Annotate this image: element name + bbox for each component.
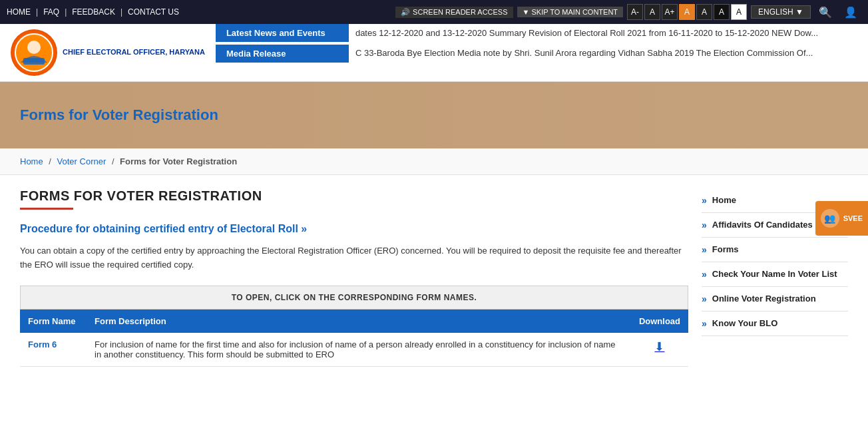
language-button[interactable]: ENGLISH ▼ <box>751 5 811 19</box>
speaker-icon: 🔊 <box>401 8 410 17</box>
nav-home[interactable]: HOME <box>7 7 31 17</box>
screen-reader-button[interactable]: 🔊 SCREEN READER ACCESS <box>395 7 513 18</box>
col-header-description: Form Description <box>87 310 631 333</box>
sidebar-item-check-name[interactable]: » Check Your Name In Voter List <box>702 262 848 287</box>
arrow-icon: » <box>702 318 707 329</box>
col-header-download: Download <box>631 310 688 333</box>
login-button[interactable]: 👤 <box>840 5 861 20</box>
download-button[interactable]: ⬇ <box>639 339 680 354</box>
news-ticker-row: Latest News and Events dates 12-12-2020 … <box>216 24 868 42</box>
sidebar-item-label: Online Voter Registration <box>712 294 816 304</box>
table-row: Form 6 For inclusion of name for the fir… <box>20 333 688 367</box>
header-nav-area: Latest News and Events dates 12-12-2020 … <box>216 24 868 81</box>
nav-faq[interactable]: FAQ <box>43 7 59 17</box>
arrow-icon: » <box>702 244 707 255</box>
chevron-down-icon: ▼ <box>795 7 803 17</box>
svg-point-1 <box>27 41 41 54</box>
media-ticker-row: Media Release C 33-Baroda Bye Election M… <box>216 43 868 63</box>
main-container: FORMS FOR VOTER REGISTRATION Procedure f… <box>0 175 868 380</box>
font-decrease-button[interactable]: A- <box>627 4 643 20</box>
nav-contact[interactable]: CONTACT US <box>128 7 179 17</box>
download-cell: ⬇ <box>631 333 688 367</box>
search-button[interactable]: 🔍 <box>815 5 836 20</box>
font-dark-button[interactable]: A <box>714 4 730 20</box>
font-white-button[interactable]: A <box>731 4 747 20</box>
sidebar-item-label: Forms <box>712 244 739 254</box>
svee-button[interactable]: 👥 SVEE <box>815 201 868 236</box>
breadcrumb-home[interactable]: Home <box>20 156 43 166</box>
news-label: Latest News and Events <box>216 24 349 42</box>
content-area: FORMS FOR VOTER REGISTRATION Procedure f… <box>20 188 688 367</box>
sidebar-item-label: Know Your BLO <box>712 318 777 328</box>
sidebar-item-label: Home <box>712 195 736 205</box>
sidebar-item-label: Check Your Name In Voter List <box>712 269 837 279</box>
arrow-icon: » <box>702 195 707 206</box>
form-description-cell: For inclusion of name for the first time… <box>87 333 631 367</box>
sidebar-item-forms[interactable]: » Forms <box>702 238 848 262</box>
logo-text: CHIEF ELECTORAL OFFICER, HARYANA <box>63 47 205 57</box>
skip-arrow-icon: ▼ <box>523 8 530 16</box>
nav-feedback[interactable]: FEEDBACK <box>72 7 115 17</box>
hero-title: Forms for Voter Registration <box>20 107 218 124</box>
procedure-link[interactable]: Procedure for obtaining certified entry … <box>20 223 688 235</box>
font-orange-button[interactable]: A <box>679 4 695 20</box>
svee-label: SVEE <box>843 214 863 222</box>
arrow-icon: » <box>702 269 707 280</box>
font-btn2[interactable]: A <box>696 4 712 20</box>
arrow-icon: » <box>702 220 707 230</box>
breadcrumb-voter-corner[interactable]: Voter Corner <box>57 156 107 166</box>
open-instruction: TO OPEN, CLICK ON THE CORRESPONDING FORM… <box>20 286 688 310</box>
form-name-cell: Form 6 <box>20 333 87 367</box>
media-ticker-content: C 33-Baroda Bye Election Media note by S… <box>349 43 868 63</box>
media-ticker-scroll: C 33-Baroda Bye Election Media note by S… <box>355 48 813 58</box>
heading-underline <box>20 208 73 210</box>
col-header-form-name: Form Name <box>20 310 87 333</box>
sidebar-item-know-blo[interactable]: » Know Your BLO <box>702 312 848 336</box>
page-heading: FORMS FOR VOTER REGISTRATION <box>20 188 688 204</box>
topbar: HOME | FAQ | FEEDBACK | CONTACT US 🔊 SCR… <box>0 0 868 24</box>
hero-banner: Forms for Voter Registration <box>0 82 868 148</box>
sidebar-item-label: Affidavits Of Candidates <box>712 220 813 230</box>
arrow-icon: » <box>702 294 707 304</box>
logo-emblem <box>11 29 57 76</box>
media-label: Media Release <box>216 45 349 63</box>
font-size-controls: A- A A+ A A A A <box>627 4 747 20</box>
logo-area: CHIEF ELECTORAL OFFICER, HARYANA <box>0 24 216 81</box>
font-normal-button[interactable]: A <box>644 4 660 20</box>
news-ticker-content: dates 12-12-2020 and 13-12-2020 Summary … <box>349 24 868 42</box>
forms-table: Form Name Form Description Download Form… <box>20 310 688 367</box>
description-text: You can obtain a copy of the certified e… <box>20 244 688 272</box>
header: CHIEF ELECTORAL OFFICER, HARYANA Latest … <box>0 24 868 82</box>
topbar-nav: HOME | FAQ | FEEDBACK | CONTACT US <box>7 7 395 17</box>
breadcrumb: Home / Voter Corner / Forms for Voter Re… <box>0 148 868 175</box>
sidebar-item-online-voter[interactable]: » Online Voter Registration <box>702 287 848 312</box>
skip-to-main-button[interactable]: ▼ SKIP TO MAIN CONTENT <box>517 7 624 17</box>
news-ticker-scroll: dates 12-12-2020 and 13-12-2020 Summary … <box>355 28 818 38</box>
svg-rect-2 <box>23 58 45 65</box>
download-icon: ⬇ <box>639 339 680 354</box>
font-increase-button[interactable]: A+ <box>662 4 678 20</box>
topbar-right: 🔊 SCREEN READER ACCESS ▼ SKIP TO MAIN CO… <box>395 4 861 20</box>
form-6-link[interactable]: Form 6 <box>28 339 57 349</box>
svee-icon: 👥 <box>821 209 839 228</box>
breadcrumb-current: Forms for Voter Registration <box>120 156 237 166</box>
